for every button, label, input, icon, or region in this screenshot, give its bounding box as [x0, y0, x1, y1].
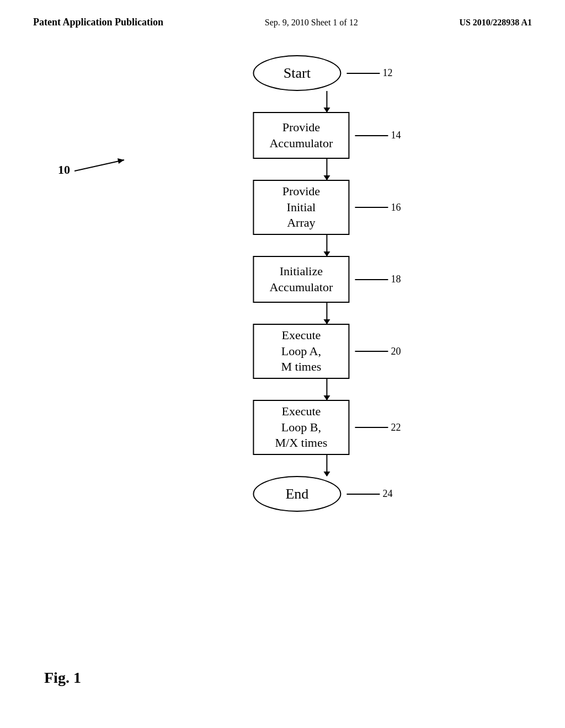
exec-loop-a-ref: 20: [355, 346, 401, 357]
exec-loop-a-row: ExecuteLoop A,M times 20: [253, 324, 401, 379]
arrow-5: [326, 379, 327, 400]
start-label: Start: [284, 65, 311, 82]
exec-loop-b-ref: 22: [355, 422, 401, 433]
end-node-row: End 24: [253, 476, 401, 512]
init-acc-ref: 18: [355, 274, 401, 285]
overall-ref-label: 10: [58, 163, 70, 177]
exec-loop-b-label: ExecuteLoop B,M/X times: [275, 404, 328, 451]
publication-title: Patent Application Publication: [33, 17, 163, 28]
page-header: Patent Application Publication Sep. 9, 2…: [0, 0, 565, 34]
arrow-3: [326, 235, 327, 256]
exec-loop-a-rect: ExecuteLoop A,M times: [253, 324, 349, 379]
start-ref: 12: [347, 67, 392, 79]
start-oval: Start: [253, 55, 341, 91]
init-acc-rect: InitializeAccumulator: [253, 256, 349, 303]
exec-loop-b-rect: ExecuteLoop B,M/X times: [253, 400, 349, 455]
fig-label: Fig. 1: [44, 669, 81, 687]
provide-acc-label: ProvideAccumulator: [269, 120, 333, 151]
end-ref-number: 24: [382, 488, 392, 500]
exec-loop-a-ref-number: 20: [391, 346, 401, 357]
exec-loop-a-label: ExecuteLoop A,M times: [281, 328, 322, 375]
arrow-6: [326, 455, 327, 476]
arrow-2: [326, 159, 327, 180]
arrow-1: [326, 91, 327, 112]
sheet-info: Sep. 9, 2010 Sheet 1 of 12: [265, 18, 358, 28]
init-acc-ref-number: 18: [391, 274, 401, 285]
provide-arr-row: ProvideInitialArray 16: [253, 180, 401, 235]
provide-acc-ref-number: 14: [391, 130, 401, 141]
exec-loop-b-ref-number: 22: [391, 422, 401, 433]
provide-acc-row: ProvideAccumulator 14: [253, 112, 401, 159]
end-label: End: [285, 486, 308, 502]
end-ref: 24: [347, 488, 392, 500]
provide-arr-label: ProvideInitialArray: [282, 184, 320, 231]
start-ref-number: 12: [382, 67, 392, 79]
overall-ref-number: 10: [58, 163, 70, 176]
exec-loop-b-row: ExecuteLoop B,M/X times 22: [253, 400, 401, 455]
provide-arr-ref: 16: [355, 202, 401, 213]
fig-label-text: Fig. 1: [44, 669, 81, 686]
svg-marker-1: [118, 158, 124, 164]
provide-acc-ref: 14: [355, 130, 401, 141]
patent-number: US 2010/228938 A1: [459, 18, 532, 28]
svg-line-0: [74, 160, 124, 171]
provide-arr-rect: ProvideInitialArray: [253, 180, 349, 235]
provide-acc-rect: ProvideAccumulator: [253, 112, 349, 159]
provide-arr-ref-number: 16: [391, 202, 401, 213]
overall-ref-arrow: [74, 157, 141, 185]
flowchart-container: Start 12 ProvideAccumulator 14 ProvideIn…: [253, 55, 401, 512]
end-oval: End: [253, 476, 341, 512]
init-acc-label: InitializeAccumulator: [269, 264, 333, 295]
init-acc-row: InitializeAccumulator 18: [253, 256, 401, 303]
start-node-row: Start 12: [253, 55, 401, 91]
arrow-4: [326, 303, 327, 324]
